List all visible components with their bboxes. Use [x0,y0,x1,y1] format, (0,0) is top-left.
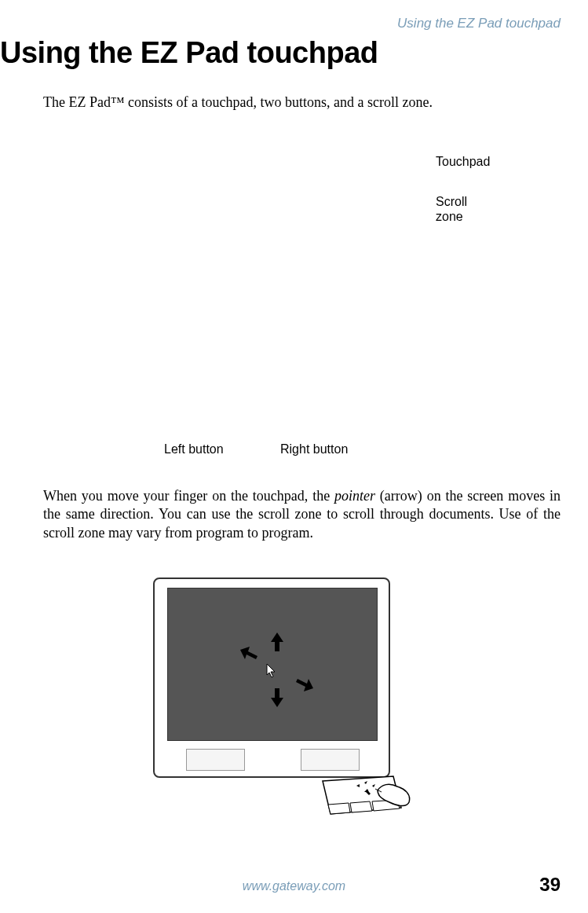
laptop-base-left [186,749,245,771]
label-left-button: Left button [164,442,224,456]
body-paragraph: When you move your finger on the touchpa… [43,487,561,542]
arrow-up-icon [266,631,288,658]
body-italic-pointer: pointer [334,488,375,504]
svg-marker-2 [240,647,257,659]
label-right-button: Right button [280,442,348,456]
touchpad-hand-icon [319,775,413,823]
laptop-diagram [153,578,428,829]
page-number: 39 [539,874,561,896]
page-heading: Using the EZ Pad touchpad [0,36,378,70]
body-part1: When you move your finger on the touchpa… [43,488,334,504]
svg-marker-0 [271,632,283,651]
laptop-base-right [301,749,360,771]
label-scroll-line1: Scroll [436,195,467,208]
arrow-downright-icon [290,671,315,693]
svg-marker-1 [271,688,283,707]
label-scroll-zone: Scroll zone [436,194,467,224]
svg-marker-3 [296,679,313,691]
arrow-upleft-icon [239,645,264,667]
header-section-title: Using the EZ Pad touchpad [397,16,561,31]
laptop-frame [153,578,390,778]
label-touchpad: Touchpad [436,155,490,169]
laptop-screen [167,588,378,741]
label-scroll-line2: zone [436,210,463,223]
cursor-icon [266,663,277,679]
intro-paragraph: The EZ Pad™ consists of a touchpad, two … [43,94,561,112]
arrow-down-icon [266,681,288,709]
footer-url: www.gateway.com [0,879,588,893]
